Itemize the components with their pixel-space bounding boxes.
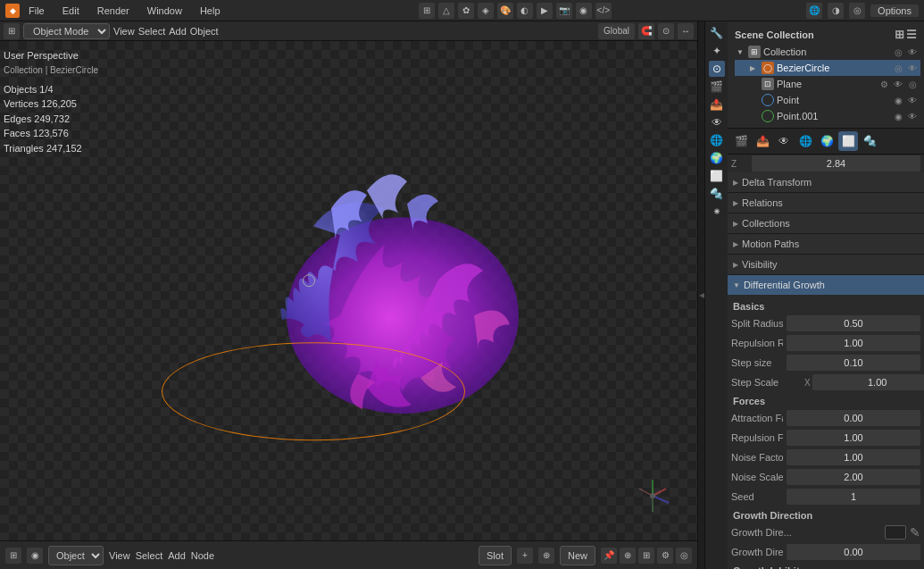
object-menu[interactable]: Object — [190, 26, 219, 37]
growth-direction-factor-input[interactable] — [787, 544, 920, 560]
proportional-icon[interactable]: ⊙ — [658, 23, 674, 39]
scripting-icon[interactable]: </> — [595, 3, 612, 19]
motion-paths-header[interactable]: ▶ Motion Paths — [728, 234, 924, 254]
tools-icon[interactable]: 🔧 — [709, 25, 725, 41]
menu-edit[interactable]: Edit — [59, 4, 83, 18]
scene-prop-icon[interactable]: 🌐 — [709, 132, 725, 148]
zoom-icon[interactable]: ⊕ — [620, 548, 636, 564]
tree-item-beziercircle[interactable]: ▶ ◯ BezierCircle ◎ 👁 — [735, 60, 920, 76]
composite-icon[interactable]: ◉ — [576, 3, 592, 19]
render-icon[interactable]: 📷 — [556, 3, 572, 19]
select-menu[interactable]: Select — [138, 26, 166, 37]
render-prop-icon[interactable]: 🎬 — [709, 79, 725, 95]
view-icon-prop[interactable]: 👁 — [774, 131, 794, 151]
menu-file[interactable]: File — [25, 4, 48, 18]
world-icon[interactable]: 🌍 — [709, 150, 725, 166]
output-icon[interactable]: 📤 — [709, 96, 725, 113]
uv-icon[interactable]: ◈ — [478, 3, 494, 19]
menu-help[interactable]: Help — [196, 4, 224, 18]
point001-vis[interactable]: ◉ — [892, 112, 904, 121]
object-select[interactable]: Object — [48, 546, 104, 565]
render-icon-prop[interactable]: 🎬 — [731, 131, 751, 151]
texture-icon[interactable]: 🎨 — [497, 3, 513, 19]
pin-icon[interactable]: 📌 — [601, 548, 617, 564]
viewport-shading-icon[interactable]: ◑ — [828, 3, 844, 19]
overlay-icon2[interactable]: ◎ — [676, 548, 692, 564]
slot-button[interactable]: Slot — [479, 546, 512, 565]
menu-window[interactable]: Window — [144, 4, 186, 18]
tree-item-point[interactable]: Point ◉ 👁 — [735, 92, 920, 108]
scene-icon[interactable]: 🌐 — [806, 3, 822, 19]
noise-factor-input[interactable] — [787, 449, 920, 465]
viewport[interactable]: User Perspective Collection | BezierCirc… — [0, 41, 697, 540]
select-label[interactable]: Select — [136, 550, 163, 561]
delta-transform-header[interactable]: ▶ Delta Transform — [728, 172, 924, 192]
seed-input[interactable] — [787, 489, 920, 505]
point-render[interactable]: 👁 — [906, 96, 919, 105]
vis-render2[interactable]: ◎ — [892, 63, 904, 73]
view-label[interactable]: View — [109, 550, 130, 561]
node-label[interactable]: Node — [191, 550, 214, 561]
add-menu[interactable]: Add — [169, 26, 187, 37]
snap-icon[interactable]: 🧲 — [638, 23, 654, 39]
modifier-icon[interactable]: 🔩 — [709, 186, 725, 202]
view-menu[interactable]: View — [113, 26, 135, 37]
object-prop-icon[interactable]: ⬜ — [709, 168, 725, 184]
diff-growth-header[interactable]: ▼ Differential Growth — [728, 275, 924, 295]
n-panel-separator[interactable] — [697, 21, 704, 569]
modifier-icon-prop[interactable]: 🔩 — [860, 131, 879, 151]
growth-color-swatch[interactable] — [885, 525, 906, 540]
options-button[interactable]: Options — [870, 4, 919, 17]
collections-header[interactable]: ▶ Collections — [728, 213, 924, 233]
properties-icon[interactable]: ⊙ — [709, 61, 725, 77]
new-button[interactable]: New — [560, 546, 595, 565]
filter-icon[interactable]: ⊞ — [895, 28, 904, 41]
add-socket-icon[interactable]: ⊕ — [538, 548, 554, 564]
scene-icon-prop[interactable]: 🌐 — [795, 131, 815, 151]
plane-settings-icon[interactable]: ⚙ — [878, 79, 890, 89]
repulsion-radius-input[interactable] — [787, 335, 920, 351]
add-slot-icon[interactable]: + — [517, 548, 533, 564]
add-label[interactable]: Add — [168, 550, 186, 561]
particles-icon[interactable]: ⁕ — [709, 204, 725, 220]
view-prop-icon[interactable]: 👁 — [709, 114, 725, 130]
repulsion-factor-input[interactable] — [787, 430, 920, 446]
tree-item-plane[interactable]: ⊡ Plane ⚙ 👁 ◎ — [735, 76, 920, 92]
sculpt-icon[interactable]: ✿ — [458, 3, 474, 19]
plane-render[interactable]: ◎ — [906, 79, 919, 89]
step-scale-x[interactable] — [812, 374, 924, 390]
shading-icon[interactable]: ◐ — [517, 3, 533, 19]
object-mode-select[interactable]: Object Mode — [23, 23, 110, 39]
vis-view[interactable]: 👁 — [906, 47, 919, 57]
collection-filter-icon[interactable]: ☰ — [906, 28, 917, 41]
object-icon-prop[interactable]: ⬜ — [838, 131, 858, 151]
viewport-type-icon[interactable]: ⊞ — [4, 23, 20, 39]
world-icon-prop[interactable]: 🌍 — [817, 131, 837, 151]
output-icon-prop[interactable]: 📤 — [753, 131, 772, 151]
vis-render[interactable]: ◎ — [892, 47, 904, 57]
point-vis[interactable]: ◉ — [892, 96, 904, 105]
noise-scale-input[interactable] — [787, 469, 920, 485]
settings-icon[interactable]: ⚙ — [657, 548, 673, 564]
z-input[interactable] — [752, 155, 920, 172]
transform-icon[interactable]: ↔ — [678, 23, 694, 39]
growth-edit-button[interactable]: ✎ — [910, 526, 920, 539]
layout-icon[interactable]: ⊞ — [419, 3, 435, 19]
menu-render[interactable]: Render — [94, 4, 133, 18]
vis-view2[interactable]: 👁 — [906, 63, 919, 73]
step-size-input[interactable] — [787, 355, 920, 371]
tree-item-point001[interactable]: Point.001 ◉ 👁 — [735, 108, 920, 124]
overlay-icon[interactable]: ◎ — [849, 3, 865, 19]
node-mode-icon[interactable]: ◉ — [27, 548, 43, 564]
node-editor-icon[interactable]: ⊞ — [5, 548, 21, 564]
visibility-header[interactable]: ▶ Visibility — [728, 255, 924, 274]
point001-render[interactable]: 👁 — [906, 112, 919, 121]
relations-header[interactable]: ▶ Relations — [728, 193, 924, 213]
attraction-factor-input[interactable] — [787, 410, 920, 426]
animation-icon[interactable]: ▶ — [537, 3, 553, 19]
item-icon[interactable]: ✦ — [709, 43, 725, 59]
global-select[interactable]: Global — [598, 23, 635, 39]
model-icon[interactable]: △ — [438, 3, 454, 19]
grid-icon[interactable]: ⊞ — [638, 548, 654, 564]
plane-vis[interactable]: 👁 — [892, 79, 904, 89]
